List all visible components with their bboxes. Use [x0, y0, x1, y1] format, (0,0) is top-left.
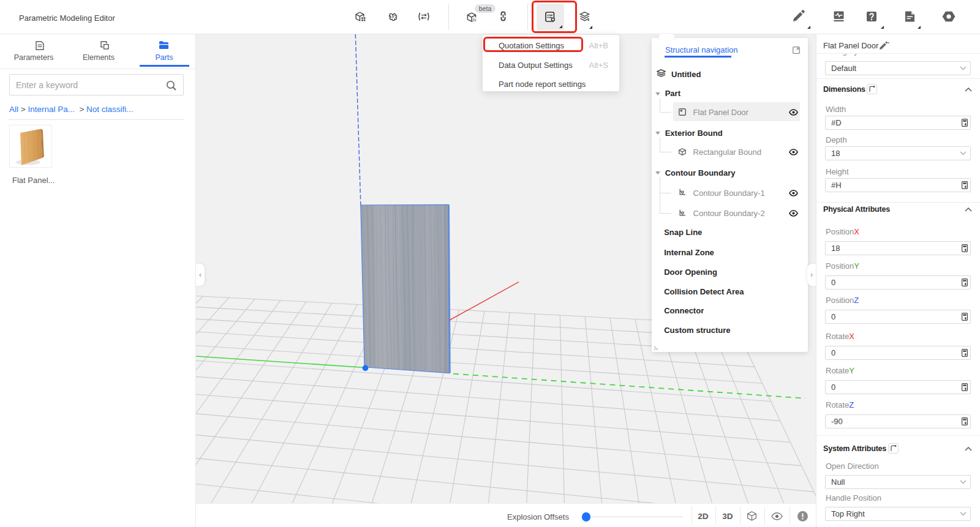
- svg-text:fx: fx: [472, 17, 477, 22]
